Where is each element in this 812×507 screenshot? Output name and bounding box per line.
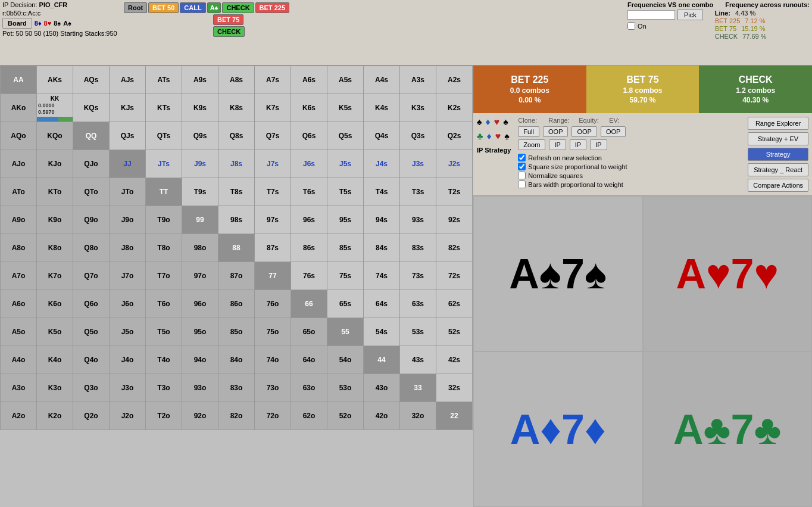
- check-button-2[interactable]: CHECK: [213, 26, 245, 37]
- grid-cell[interactable]: 62o: [291, 402, 327, 430]
- grid-cell[interactable]: A9s: [182, 66, 218, 94]
- grid-cell[interactable]: K8o: [37, 234, 73, 262]
- grid-cell[interactable]: QTs: [146, 122, 182, 150]
- diamond-icon-2[interactable]: ♦: [487, 131, 492, 142]
- grid-cell[interactable]: 92s: [436, 206, 473, 234]
- grid-cell[interactable]: K4s: [364, 94, 400, 122]
- card-club-quadrant[interactable]: A♣7♣: [643, 352, 813, 507]
- grid-cell[interactable]: 52o: [327, 402, 364, 430]
- strategy-button[interactable]: Strategy: [748, 148, 808, 161]
- grid-cell[interactable]: 32o: [400, 402, 436, 430]
- check-button-1[interactable]: CHECK: [222, 2, 254, 13]
- grid-cell[interactable]: 65s: [327, 290, 364, 318]
- grid-cell[interactable]: T2o: [146, 402, 182, 430]
- compare-actions-button[interactable]: Compare Actions: [748, 179, 808, 192]
- grid-cell[interactable]: T7o: [146, 262, 182, 290]
- grid-cell[interactable]: 53o: [327, 374, 364, 402]
- oop-button-1[interactable]: OOP: [543, 126, 568, 137]
- diamond-icon-1[interactable]: ♦: [486, 117, 491, 127]
- grid-cell[interactable]: 74o: [255, 346, 291, 374]
- grid-cell[interactable]: 33: [400, 374, 436, 402]
- bars-width-checkbox[interactable]: [518, 181, 526, 188]
- square-size-checkbox[interactable]: [518, 163, 526, 170]
- grid-cell[interactable]: 95o: [182, 318, 218, 346]
- grid-cell[interactable]: J6o: [110, 290, 146, 318]
- grid-cell[interactable]: Q6s: [291, 122, 327, 150]
- grid-cell[interactable]: Q5o: [73, 318, 110, 346]
- grid-cell[interactable]: K9o: [37, 206, 73, 234]
- grid-cell[interactable]: T6s: [291, 178, 327, 206]
- grid-cell[interactable]: 64o: [291, 346, 327, 374]
- grid-cell[interactable]: 97s: [255, 206, 291, 234]
- grid-cell[interactable]: J2s: [436, 150, 473, 178]
- grid-cell[interactable]: KTo: [37, 178, 73, 206]
- grid-cell[interactable]: 22: [436, 402, 473, 430]
- grid-cell[interactable]: T8o: [146, 234, 182, 262]
- grid-cell[interactable]: T2s: [436, 178, 473, 206]
- grid-cell[interactable]: T3s: [400, 178, 436, 206]
- grid-cell[interactable]: Q9s: [182, 122, 218, 150]
- grid-cell[interactable]: 43s: [400, 346, 436, 374]
- grid-cell[interactable]: 62s: [436, 290, 473, 318]
- grid-cell[interactable]: J7o: [110, 262, 146, 290]
- grid-cell[interactable]: KJs: [110, 94, 146, 122]
- grid-cell[interactable]: 74s: [364, 262, 400, 290]
- oop-button-3[interactable]: OOP: [601, 126, 626, 137]
- grid-cell[interactable]: 83o: [218, 374, 255, 402]
- grid-cell[interactable]: AJs: [110, 66, 146, 94]
- strategy-react-button[interactable]: Strategy _ React: [748, 163, 808, 176]
- grid-cell[interactable]: K5o: [37, 318, 73, 346]
- grid-cell[interactable]: 75s: [327, 262, 364, 290]
- grid-cell[interactable]: KJo: [37, 150, 73, 178]
- grid-cell[interactable]: A5o: [1, 318, 37, 346]
- board-button[interactable]: Board: [2, 18, 32, 29]
- grid-cell[interactable]: A7o: [1, 262, 37, 290]
- grid-cell[interactable]: 73o: [255, 374, 291, 402]
- grid-cell[interactable]: K6o: [37, 290, 73, 318]
- grid-cell[interactable]: K7o: [37, 262, 73, 290]
- root-button[interactable]: Root: [124, 2, 147, 13]
- ip-button-3[interactable]: IP: [590, 139, 607, 150]
- grid-cell[interactable]: KTs: [146, 94, 182, 122]
- grid-cell[interactable]: 92o: [182, 402, 218, 430]
- grid-cell[interactable]: T4o: [146, 346, 182, 374]
- grid-cell[interactable]: Q2s: [436, 122, 473, 150]
- grid-cell[interactable]: JTs: [146, 150, 182, 178]
- grid-cell[interactable]: K7s: [255, 94, 291, 122]
- grid-cell[interactable]: J8o: [110, 234, 146, 262]
- grid-cell[interactable]: K4o: [37, 346, 73, 374]
- grid-cell[interactable]: QJs: [110, 122, 146, 150]
- ip-button-2[interactable]: IP: [570, 139, 586, 150]
- grid-cell[interactable]: J3o: [110, 374, 146, 402]
- grid-cell[interactable]: Q8s: [218, 122, 255, 150]
- grid-cell[interactable]: 98o: [182, 234, 218, 262]
- grid-cell[interactable]: J9o: [110, 206, 146, 234]
- grid-cell[interactable]: 88: [218, 234, 255, 262]
- grid-cell[interactable]: T9s: [182, 178, 218, 206]
- grid-cell[interactable]: ATs: [146, 66, 182, 94]
- grid-cell[interactable]: Q9o: [73, 206, 110, 234]
- grid-cell[interactable]: J5o: [110, 318, 146, 346]
- grid-cell[interactable]: JJ: [110, 150, 146, 178]
- grid-cell[interactable]: 84o: [218, 346, 255, 374]
- grid-cell[interactable]: 83s: [400, 234, 436, 262]
- grid-cell[interactable]: 87s: [255, 234, 291, 262]
- range-explorer-button[interactable]: Range Explorer: [748, 117, 808, 130]
- grid-cell[interactable]: Q4o: [73, 346, 110, 374]
- grid-cell[interactable]: K3o: [37, 374, 73, 402]
- grid-cell[interactable]: 54o: [327, 346, 364, 374]
- grid-cell[interactable]: 52s: [436, 318, 473, 346]
- grid-cell[interactable]: A6s: [291, 66, 327, 94]
- grid-cell[interactable]: T7s: [255, 178, 291, 206]
- grid-cell[interactable]: AQo: [1, 122, 37, 150]
- grid-cell[interactable]: Q2o: [73, 402, 110, 430]
- grid-cell[interactable]: Q3o: [73, 374, 110, 402]
- grid-cell[interactable]: 72s: [436, 262, 473, 290]
- grid-cell[interactable]: 77: [255, 262, 291, 290]
- grid-cell[interactable]: A3o: [1, 374, 37, 402]
- grid-cell[interactable]: ATo: [1, 178, 37, 206]
- grid-cell[interactable]: K3s: [400, 94, 436, 122]
- grid-cell[interactable]: 76s: [291, 262, 327, 290]
- grid-cell[interactable]: J5s: [327, 150, 364, 178]
- grid-cell[interactable]: A4s: [364, 66, 400, 94]
